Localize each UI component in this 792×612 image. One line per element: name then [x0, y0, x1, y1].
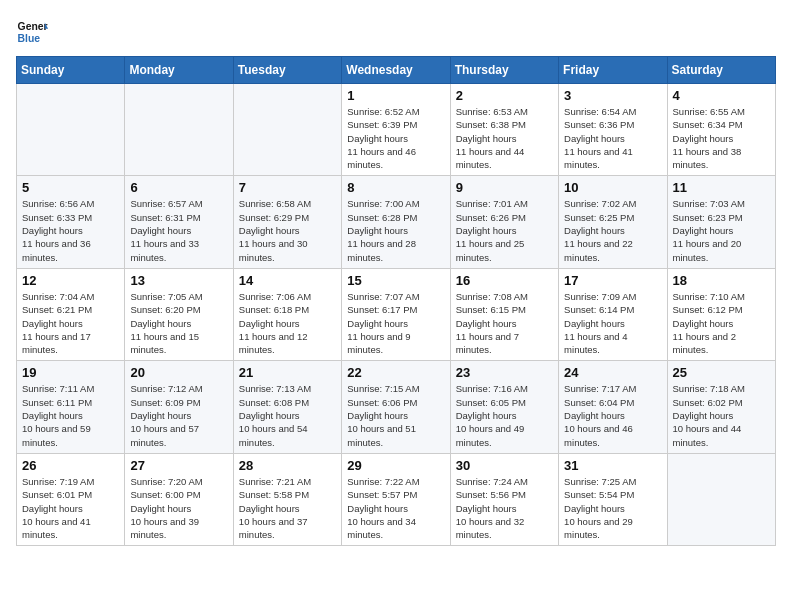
day-number: 8 [347, 180, 444, 195]
day-info: Sunrise: 7:00 AM Sunset: 6:28 PM Dayligh… [347, 197, 444, 263]
day-info: Sunrise: 7:08 AM Sunset: 6:15 PM Dayligh… [456, 290, 553, 356]
day-number: 10 [564, 180, 661, 195]
empty-cell [17, 84, 125, 176]
day-number: 3 [564, 88, 661, 103]
day-info: Sunrise: 7:02 AM Sunset: 6:25 PM Dayligh… [564, 197, 661, 263]
weekday-header-monday: Monday [125, 57, 233, 84]
weekday-header-wednesday: Wednesday [342, 57, 450, 84]
day-number: 11 [673, 180, 770, 195]
calendar-day-11: 11 Sunrise: 7:03 AM Sunset: 6:23 PM Dayl… [667, 176, 775, 268]
empty-cell [233, 84, 341, 176]
day-number: 28 [239, 458, 336, 473]
day-info: Sunrise: 7:11 AM Sunset: 6:11 PM Dayligh… [22, 382, 119, 448]
page-header: General Blue [16, 16, 776, 48]
calendar-day-31: 31 Sunrise: 7:25 AM Sunset: 5:54 PM Dayl… [559, 453, 667, 545]
calendar-day-9: 9 Sunrise: 7:01 AM Sunset: 6:26 PM Dayli… [450, 176, 558, 268]
calendar-day-5: 5 Sunrise: 6:56 AM Sunset: 6:33 PM Dayli… [17, 176, 125, 268]
calendar-day-14: 14 Sunrise: 7:06 AM Sunset: 6:18 PM Dayl… [233, 268, 341, 360]
weekday-header-thursday: Thursday [450, 57, 558, 84]
calendar-day-20: 20 Sunrise: 7:12 AM Sunset: 6:09 PM Dayl… [125, 361, 233, 453]
day-info: Sunrise: 7:07 AM Sunset: 6:17 PM Dayligh… [347, 290, 444, 356]
logo: General Blue [16, 16, 48, 48]
day-number: 19 [22, 365, 119, 380]
day-info: Sunrise: 7:20 AM Sunset: 6:00 PM Dayligh… [130, 475, 227, 541]
day-info: Sunrise: 7:01 AM Sunset: 6:26 PM Dayligh… [456, 197, 553, 263]
day-info: Sunrise: 7:17 AM Sunset: 6:04 PM Dayligh… [564, 382, 661, 448]
day-number: 20 [130, 365, 227, 380]
calendar-week-1: 1 Sunrise: 6:52 AM Sunset: 6:39 PM Dayli… [17, 84, 776, 176]
calendar-day-13: 13 Sunrise: 7:05 AM Sunset: 6:20 PM Dayl… [125, 268, 233, 360]
day-number: 22 [347, 365, 444, 380]
calendar-day-10: 10 Sunrise: 7:02 AM Sunset: 6:25 PM Dayl… [559, 176, 667, 268]
calendar-day-18: 18 Sunrise: 7:10 AM Sunset: 6:12 PM Dayl… [667, 268, 775, 360]
calendar-day-6: 6 Sunrise: 6:57 AM Sunset: 6:31 PM Dayli… [125, 176, 233, 268]
day-number: 13 [130, 273, 227, 288]
empty-cell [667, 453, 775, 545]
calendar-day-23: 23 Sunrise: 7:16 AM Sunset: 6:05 PM Dayl… [450, 361, 558, 453]
calendar-day-24: 24 Sunrise: 7:17 AM Sunset: 6:04 PM Dayl… [559, 361, 667, 453]
day-info: Sunrise: 7:24 AM Sunset: 5:56 PM Dayligh… [456, 475, 553, 541]
calendar-day-22: 22 Sunrise: 7:15 AM Sunset: 6:06 PM Dayl… [342, 361, 450, 453]
day-number: 16 [456, 273, 553, 288]
weekday-header-friday: Friday [559, 57, 667, 84]
day-info: Sunrise: 7:15 AM Sunset: 6:06 PM Dayligh… [347, 382, 444, 448]
day-info: Sunrise: 7:22 AM Sunset: 5:57 PM Dayligh… [347, 475, 444, 541]
svg-text:General: General [18, 21, 48, 32]
day-info: Sunrise: 7:19 AM Sunset: 6:01 PM Dayligh… [22, 475, 119, 541]
weekday-header-tuesday: Tuesday [233, 57, 341, 84]
calendar-week-5: 26 Sunrise: 7:19 AM Sunset: 6:01 PM Dayl… [17, 453, 776, 545]
calendar-day-12: 12 Sunrise: 7:04 AM Sunset: 6:21 PM Dayl… [17, 268, 125, 360]
day-number: 21 [239, 365, 336, 380]
calendar-day-25: 25 Sunrise: 7:18 AM Sunset: 6:02 PM Dayl… [667, 361, 775, 453]
day-number: 18 [673, 273, 770, 288]
calendar-day-15: 15 Sunrise: 7:07 AM Sunset: 6:17 PM Dayl… [342, 268, 450, 360]
calendar-day-27: 27 Sunrise: 7:20 AM Sunset: 6:00 PM Dayl… [125, 453, 233, 545]
day-number: 25 [673, 365, 770, 380]
day-info: Sunrise: 7:04 AM Sunset: 6:21 PM Dayligh… [22, 290, 119, 356]
day-number: 27 [130, 458, 227, 473]
calendar-day-4: 4 Sunrise: 6:55 AM Sunset: 6:34 PM Dayli… [667, 84, 775, 176]
day-number: 5 [22, 180, 119, 195]
day-info: Sunrise: 7:03 AM Sunset: 6:23 PM Dayligh… [673, 197, 770, 263]
day-number: 12 [22, 273, 119, 288]
day-number: 1 [347, 88, 444, 103]
day-number: 23 [456, 365, 553, 380]
day-info: Sunrise: 7:16 AM Sunset: 6:05 PM Dayligh… [456, 382, 553, 448]
day-info: Sunrise: 6:56 AM Sunset: 6:33 PM Dayligh… [22, 197, 119, 263]
day-number: 14 [239, 273, 336, 288]
day-number: 15 [347, 273, 444, 288]
day-number: 26 [22, 458, 119, 473]
day-info: Sunrise: 7:06 AM Sunset: 6:18 PM Dayligh… [239, 290, 336, 356]
day-info: Sunrise: 6:57 AM Sunset: 6:31 PM Dayligh… [130, 197, 227, 263]
day-info: Sunrise: 7:25 AM Sunset: 5:54 PM Dayligh… [564, 475, 661, 541]
weekday-header-saturday: Saturday [667, 57, 775, 84]
calendar-day-7: 7 Sunrise: 6:58 AM Sunset: 6:29 PM Dayli… [233, 176, 341, 268]
day-info: Sunrise: 7:13 AM Sunset: 6:08 PM Dayligh… [239, 382, 336, 448]
day-info: Sunrise: 6:52 AM Sunset: 6:39 PM Dayligh… [347, 105, 444, 171]
calendar-day-26: 26 Sunrise: 7:19 AM Sunset: 6:01 PM Dayl… [17, 453, 125, 545]
empty-cell [125, 84, 233, 176]
calendar-week-4: 19 Sunrise: 7:11 AM Sunset: 6:11 PM Dayl… [17, 361, 776, 453]
day-info: Sunrise: 6:55 AM Sunset: 6:34 PM Dayligh… [673, 105, 770, 171]
day-info: Sunrise: 7:12 AM Sunset: 6:09 PM Dayligh… [130, 382, 227, 448]
calendar-week-3: 12 Sunrise: 7:04 AM Sunset: 6:21 PM Dayl… [17, 268, 776, 360]
calendar-day-21: 21 Sunrise: 7:13 AM Sunset: 6:08 PM Dayl… [233, 361, 341, 453]
day-info: Sunrise: 7:21 AM Sunset: 5:58 PM Dayligh… [239, 475, 336, 541]
calendar-day-17: 17 Sunrise: 7:09 AM Sunset: 6:14 PM Dayl… [559, 268, 667, 360]
day-number: 7 [239, 180, 336, 195]
day-number: 30 [456, 458, 553, 473]
calendar-day-3: 3 Sunrise: 6:54 AM Sunset: 6:36 PM Dayli… [559, 84, 667, 176]
calendar-day-29: 29 Sunrise: 7:22 AM Sunset: 5:57 PM Dayl… [342, 453, 450, 545]
calendar-day-8: 8 Sunrise: 7:00 AM Sunset: 6:28 PM Dayli… [342, 176, 450, 268]
day-info: Sunrise: 7:09 AM Sunset: 6:14 PM Dayligh… [564, 290, 661, 356]
day-info: Sunrise: 7:10 AM Sunset: 6:12 PM Dayligh… [673, 290, 770, 356]
calendar-day-19: 19 Sunrise: 7:11 AM Sunset: 6:11 PM Dayl… [17, 361, 125, 453]
calendar-day-30: 30 Sunrise: 7:24 AM Sunset: 5:56 PM Dayl… [450, 453, 558, 545]
calendar-table: SundayMondayTuesdayWednesdayThursdayFrid… [16, 56, 776, 546]
day-number: 24 [564, 365, 661, 380]
day-number: 17 [564, 273, 661, 288]
weekday-header-sunday: Sunday [17, 57, 125, 84]
day-number: 4 [673, 88, 770, 103]
calendar-day-28: 28 Sunrise: 7:21 AM Sunset: 5:58 PM Dayl… [233, 453, 341, 545]
svg-text:Blue: Blue [18, 33, 41, 44]
